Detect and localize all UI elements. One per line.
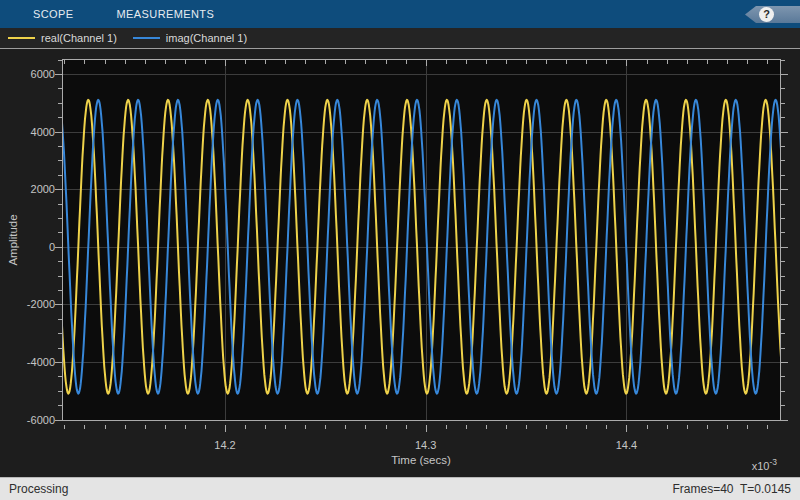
waveform-canvas[interactable] <box>0 0 800 500</box>
status-bar: Processing Frames=40 T=0.0145 <box>0 477 800 500</box>
scope-window: SCOPE MEASUREMENTS ? real(Channel 1) ima… <box>0 0 800 500</box>
status-message: Processing <box>9 482 68 496</box>
status-frames-time: Frames=40 T=0.0145 <box>672 482 791 496</box>
